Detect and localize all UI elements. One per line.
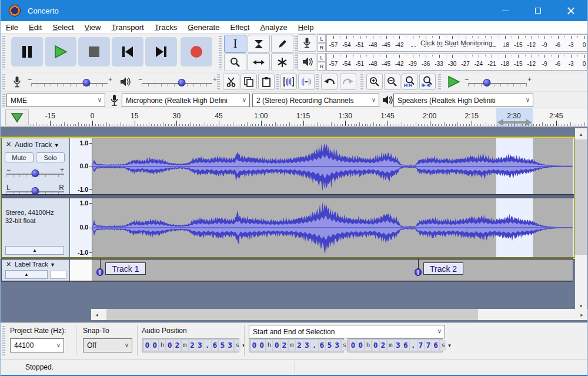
zoom-in-button[interactable] — [366, 74, 383, 90]
menu-analyze[interactable]: Analyze — [255, 22, 292, 32]
paste-button[interactable] — [258, 74, 275, 90]
zoom-group-grip[interactable] — [360, 74, 363, 90]
waveform-channel-1[interactable] — [92, 138, 573, 194]
selection-start-display[interactable]: 00h02m23.653s▾ — [249, 338, 344, 352]
cut-button[interactable] — [223, 74, 239, 90]
close-track-icon[interactable]: ✕ — [4, 140, 13, 149]
solo-button[interactable]: Solo — [36, 152, 65, 162]
vertical-scrollbar[interactable]: ▴ ▾ — [575, 128, 587, 311]
timeline-ruler[interactable]: -1501530451:001:151:301:452:002:152:302:… — [1, 108, 587, 127]
playback-volume-thumb[interactable] — [178, 79, 186, 86]
label-track[interactable]: ✕ Label Track ▼ ▲ Track 1Track 2 — [2, 259, 573, 281]
timeshift-tool-button[interactable] — [248, 53, 270, 71]
audio-track-title[interactable]: Audio Track ▼ — [15, 141, 59, 149]
playback-device-select[interactable]: Speakers (Realtek High Definiti∨ — [393, 94, 533, 107]
tools-toolbar-grip[interactable] — [219, 36, 222, 69]
label-marker-icon[interactable] — [96, 268, 103, 276]
menu-file[interactable]: File — [1, 22, 24, 32]
horizontal-scrollbar[interactable]: ◂ ▸ — [91, 309, 587, 320]
draw-tool-button[interactable] — [271, 35, 293, 53]
playback-meter[interactable]: LR -57-54-51-48-45-42-39-36-33-30-27-24-… — [298, 53, 587, 71]
audio-position-display[interactable]: 00h02m23.653s▾ — [142, 338, 239, 352]
trim-group-grip[interactable] — [276, 74, 279, 90]
undo-button[interactable] — [321, 74, 338, 90]
trim-audio-button[interactable] — [280, 74, 297, 90]
playback-volume-slider[interactable]: − + — [142, 76, 212, 88]
envelope-tool-button[interactable] — [248, 35, 270, 53]
device-toolbar-grip[interactable] — [2, 94, 5, 107]
gain-thumb[interactable] — [32, 169, 39, 177]
zoom-out-button[interactable] — [384, 74, 400, 90]
menu-help[interactable]: Help — [293, 22, 319, 32]
label-marker-icon[interactable] — [415, 268, 422, 276]
waveform-channel-2[interactable] — [92, 198, 573, 257]
project-rate-select[interactable]: 44100∨ — [10, 338, 64, 352]
close-button[interactable] — [554, 0, 587, 21]
menu-generate[interactable]: Generate — [182, 22, 225, 32]
playback-meter-button[interactable] — [298, 53, 316, 71]
undo-group-grip[interactable] — [316, 74, 319, 90]
menu-effect[interactable]: Effect — [225, 22, 255, 32]
gain-slider[interactable]: − + — [6, 167, 64, 178]
track-area[interactable]: ✕ Audio Track ▼ Mute Solo − + L R Stereo… — [1, 127, 587, 322]
menu-transport[interactable]: Transport — [106, 22, 149, 32]
horizontal-scrollbar-thumb[interactable] — [106, 309, 478, 320]
record-meter-button[interactable] — [298, 34, 316, 52]
snap-to-select[interactable]: Off∨ — [83, 338, 132, 352]
multi-tool-button[interactable] — [271, 53, 293, 71]
selection-range-mode-select[interactable]: Start and End of Selection∨ — [249, 325, 445, 338]
collapse-track-button[interactable]: ▲ — [5, 246, 64, 255]
selection-toolbar-grip[interactable] — [2, 326, 5, 355]
vertical-scrollbar-thumb[interactable] — [575, 139, 587, 255]
recording-channels-select[interactable]: 2 (Stereo) Recording Channels∨ — [252, 94, 379, 107]
maximize-button[interactable] — [522, 0, 554, 21]
record-button[interactable] — [181, 37, 212, 66]
copy-button[interactable] — [240, 74, 257, 90]
label-track-control-panel[interactable]: ✕ Label Track ▼ ▲ — [2, 259, 70, 281]
scroll-left-icon[interactable]: ◂ — [91, 309, 102, 320]
playback-meter-scale-body[interactable]: -57-54-51-48-45-42-39-36-33-30-27-24-21-… — [326, 53, 587, 71]
audio-track[interactable]: ✕ Audio Track ▼ Mute Solo − + L R Stereo… — [2, 138, 574, 257]
selection-end-display[interactable]: 00h02m36.776s▾ — [348, 338, 443, 352]
scroll-down-icon[interactable]: ▾ — [575, 300, 587, 311]
menu-select[interactable]: Select — [47, 22, 79, 32]
menu-edit[interactable]: Edit — [24, 22, 47, 32]
skip-to-end-button[interactable] — [145, 37, 177, 66]
time-format-arrow-icon[interactable]: ▾ — [448, 342, 451, 348]
scroll-up-icon[interactable]: ▴ — [575, 128, 587, 139]
menu-tracks[interactable]: Tracks — [149, 22, 183, 32]
label-text-box[interactable]: Track 2 — [423, 262, 463, 275]
label-track-content[interactable]: Track 1Track 2 — [92, 259, 573, 281]
skip-to-start-button[interactable] — [112, 37, 143, 66]
selection-resize-arrow-icon[interactable] — [497, 119, 532, 125]
zoom-selection-button[interactable] — [402, 74, 418, 90]
recording-meter[interactable]: LR -57-54-51-48-45-42-39-36-33-30-27-24-… — [298, 34, 587, 52]
minimize-button[interactable] — [489, 0, 522, 21]
recording-volume-thumb[interactable] — [82, 79, 90, 86]
monitoring-hint[interactable]: Click to Start Monitoring — [408, 39, 505, 46]
play-at-speed-grip[interactable] — [438, 74, 441, 90]
mute-button[interactable]: Mute — [5, 152, 34, 162]
zoom-fit-project-button[interactable] — [419, 74, 436, 90]
collapse-track-button[interactable]: ▲ — [5, 270, 48, 279]
zoom-tool-button[interactable] — [224, 53, 246, 71]
transport-toolbar-grip[interactable] — [2, 36, 5, 69]
label-text-box[interactable]: Track 1 — [105, 262, 145, 275]
audio-host-select[interactable]: MME∨ — [6, 94, 105, 107]
redo-button[interactable] — [340, 74, 356, 90]
play-at-speed-button[interactable] — [444, 74, 464, 90]
play-speed-slider[interactable]: − + — [468, 76, 527, 88]
play-button[interactable] — [45, 37, 76, 66]
recording-device-select[interactable]: Microphone (Realtek High Defini∨ — [122, 94, 250, 107]
pinned-play-head-button[interactable] — [5, 109, 29, 125]
edit-toolbar-grip[interactable] — [217, 74, 220, 90]
silence-audio-button[interactable] — [298, 74, 315, 90]
record-meter-scale-body[interactable]: -57-54-51-48-45-42-39-36-33-30-27-24-21-… — [326, 34, 587, 52]
play-speed-thumb[interactable] — [483, 79, 491, 86]
selection-tool-button[interactable]: I — [224, 35, 246, 53]
pause-button[interactable] — [11, 37, 43, 66]
recording-volume-slider[interactable]: − + — [31, 76, 108, 88]
stop-button[interactable] — [78, 37, 110, 66]
label-track-title[interactable]: Label Track ▼ — [15, 261, 55, 268]
close-track-icon[interactable]: ✕ — [4, 260, 13, 269]
